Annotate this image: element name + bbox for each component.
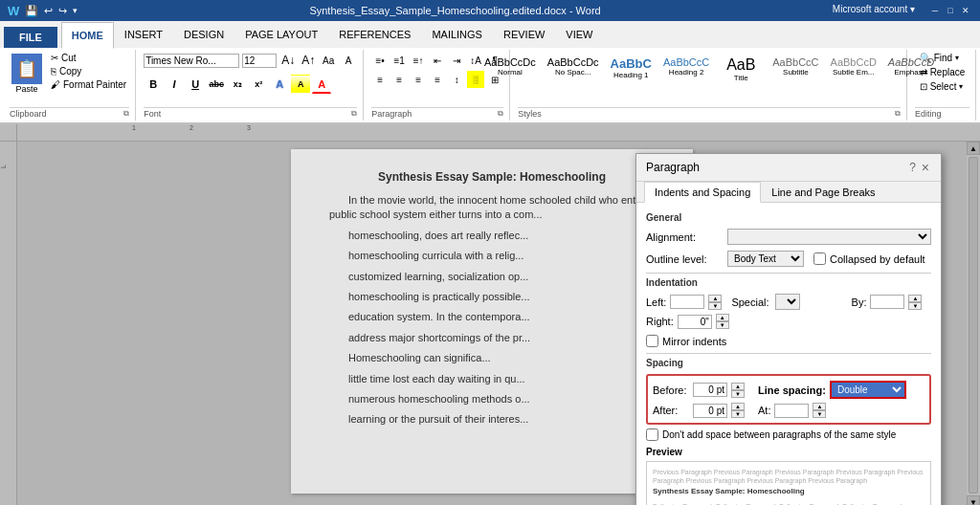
at-down[interactable]: ▼ <box>813 410 826 418</box>
copy-button[interactable]: ⎘ Copy <box>48 65 129 77</box>
tab-insert[interactable]: INSERT <box>114 21 173 48</box>
dialog-close-button[interactable]: × <box>920 160 931 175</box>
increase-indent-button[interactable]: ⇥ <box>448 52 465 69</box>
dialog-tab-indents[interactable]: Indents and Spacing <box>644 182 761 203</box>
style-title[interactable]: AaB Title <box>716 54 766 85</box>
tab-mailings[interactable]: MAILINGS <box>421 21 493 48</box>
increase-font-button[interactable]: A↑ <box>300 52 317 69</box>
after-up[interactable]: ▲ <box>731 403 745 410</box>
indent-left-down[interactable]: ▼ <box>708 302 722 310</box>
justify-button[interactable]: ≡ <box>429 71 446 88</box>
line-spacing-group: Line spacing: Single 1.5 lines Double At… <box>758 381 906 399</box>
before-up[interactable]: ▲ <box>731 383 745 390</box>
cut-button[interactable]: ✂ Cut <box>48 52 129 64</box>
align-left-button[interactable]: ≡ <box>371 71 389 88</box>
paste-icon: 📋 <box>11 54 42 84</box>
window-controls: Microsoft account ▾ ─ □ ✕ <box>833 4 972 17</box>
tab-view[interactable]: VIEW <box>555 21 603 48</box>
copy-icon: ⎘ <box>51 66 56 77</box>
indent-left-input[interactable] <box>670 295 704 309</box>
style-subtle-em-preview: AaBbCcD <box>831 56 877 68</box>
tab-file[interactable]: FILE <box>4 27 57 48</box>
before-input[interactable] <box>693 383 727 397</box>
maximize-button[interactable]: □ <box>944 4 957 17</box>
before-down[interactable]: ▼ <box>731 390 745 398</box>
clear-formatting-button[interactable]: A <box>340 52 357 69</box>
bullets-button[interactable]: ≡• <box>371 52 389 69</box>
tab-design[interactable]: DESIGN <box>173 21 234 48</box>
strikethrough-button[interactable]: abc <box>207 75 226 94</box>
mirror-checkbox[interactable] <box>646 335 658 347</box>
italic-button[interactable]: I <box>165 75 184 94</box>
dialog-help-button[interactable]: ? <box>909 161 916 174</box>
indent-by-up[interactable]: ▲ <box>908 295 922 302</box>
quick-access-save[interactable]: 💾 <box>25 5 38 17</box>
format-painter-button[interactable]: 🖌 Format Painter <box>48 78 129 91</box>
no-add-space-row: Don't add space between paragraphs of th… <box>646 428 931 441</box>
outline-select[interactable]: Body Text <box>727 251 804 267</box>
alignment-select[interactable] <box>727 229 931 245</box>
indent-left-up[interactable]: ▲ <box>708 295 722 302</box>
tab-home[interactable]: HOME <box>61 22 114 49</box>
find-button[interactable]: 🔍 Find ▾ <box>916 52 969 64</box>
tab-review[interactable]: REVIEW <box>493 21 555 48</box>
paste-button[interactable]: 📋 Paste <box>10 52 44 96</box>
multilevel-button[interactable]: ≡↑ <box>410 52 427 69</box>
line-spacing-button[interactable]: ↕ <box>448 71 465 88</box>
minimize-button[interactable]: ─ <box>928 4 942 17</box>
font-name-input[interactable] <box>144 54 239 68</box>
spacing-before: Before: ▲ ▼ <box>653 383 745 398</box>
no-add-space-checkbox[interactable] <box>646 428 658 441</box>
tab-references[interactable]: REFERENCES <box>328 21 421 48</box>
indent-by-input[interactable] <box>870 295 904 309</box>
tab-page-layout[interactable]: PAGE LAYOUT <box>234 21 328 48</box>
bold-button[interactable]: B <box>144 75 163 94</box>
style-heading1[interactable]: AaBbC Heading 1 <box>606 54 657 82</box>
style-no-spacing[interactable]: AaBbCcDc No Spac... <box>543 54 604 79</box>
subscript-button[interactable]: x₂ <box>228 75 247 94</box>
decrease-indent-button[interactable]: ⇤ <box>429 52 446 69</box>
style-normal[interactable]: AaBbCcDc Normal <box>479 54 541 79</box>
paragraph-expand-icon[interactable]: ⧉ <box>498 109 503 119</box>
font-size-input[interactable] <box>242 54 277 68</box>
indent-right-up[interactable]: ▲ <box>716 314 729 321</box>
quick-access-redo[interactable]: ↪ <box>58 5 67 17</box>
underline-button[interactable]: U <box>186 75 205 94</box>
align-center-button[interactable]: ≡ <box>390 71 408 88</box>
replace-button[interactable]: ⇄ Replace <box>916 66 969 78</box>
style-heading2[interactable]: AaBbCcC Heading 2 <box>658 54 714 79</box>
indent-right-down[interactable]: ▼ <box>716 321 729 329</box>
decrease-font-button[interactable]: A↓ <box>279 52 297 69</box>
align-right-button[interactable]: ≡ <box>410 71 427 88</box>
text-effects-button[interactable]: A <box>270 75 289 94</box>
font-expand-icon[interactable]: ⧉ <box>351 109 357 119</box>
spacing-before-row: Before: ▲ ▼ Line spacing: <box>653 381 924 399</box>
window-title: Synthesis_Essay_Sample_Homeschooling.edi… <box>78 5 833 16</box>
line-spacing-select[interactable]: Single 1.5 lines Double At least Exactly… <box>830 381 906 399</box>
indent-right-input[interactable] <box>678 315 712 329</box>
change-case-button[interactable]: Aa <box>320 52 337 69</box>
app-account[interactable]: Microsoft account ▾ <box>833 4 915 17</box>
after-down[interactable]: ▼ <box>731 410 745 418</box>
clipboard-expand-icon[interactable]: ⧉ <box>123 109 129 119</box>
superscript-button[interactable]: x² <box>249 75 268 94</box>
close-button[interactable]: ✕ <box>959 4 972 17</box>
quick-access-undo[interactable]: ↩ <box>44 5 53 17</box>
font-color-button[interactable]: A <box>312 75 331 94</box>
cut-icon: ✂ <box>51 53 58 63</box>
collapsed-checkbox[interactable] <box>813 252 826 265</box>
style-subtle-em-label: Subtle Em... <box>833 68 875 77</box>
clipboard-group-label: Clipboard ⧉ <box>10 107 129 119</box>
styles-expand-icon[interactable]: ⧉ <box>895 109 901 119</box>
numbering-button[interactable]: ≡1 <box>390 52 408 69</box>
special-select[interactable] <box>775 294 800 310</box>
style-subtle-em[interactable]: AaBbCcD Subtle Em... <box>826 54 881 79</box>
select-button[interactable]: ⊡ Select ▾ <box>916 80 969 93</box>
style-subtitle[interactable]: AaBbCcC Subtitle <box>768 54 823 79</box>
text-highlight-button[interactable]: A <box>291 75 310 94</box>
after-input[interactable] <box>693 404 727 418</box>
at-input[interactable] <box>774 404 809 418</box>
at-up[interactable]: ▲ <box>813 403 826 410</box>
indent-by-down[interactable]: ▼ <box>908 302 922 310</box>
dialog-tab-line-breaks[interactable]: Line and Page Breaks <box>761 182 885 203</box>
